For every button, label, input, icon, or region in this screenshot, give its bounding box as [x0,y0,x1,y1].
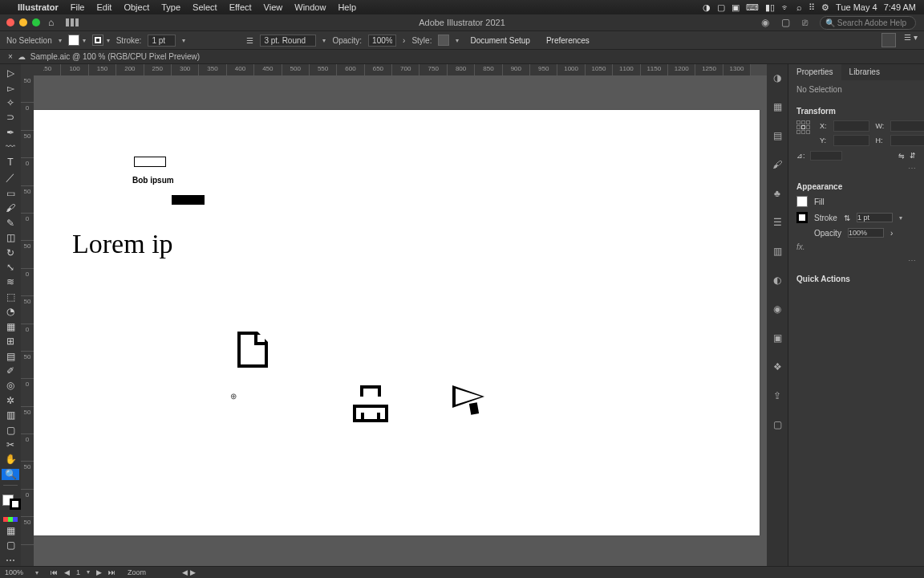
stroke-box[interactable] [10,499,21,510]
artwork-megaphone-icon[interactable] [452,385,491,414]
brushes-panel-icon[interactable]: 🖌 [770,157,784,172]
search-help-input[interactable]: 🔍 Search Adobe Help [820,16,916,30]
direct-selection-tool[interactable]: ▻ [2,82,19,93]
stroke-stepper[interactable]: ⇅ [844,214,850,222]
document-setup-button[interactable]: Document Setup [465,35,535,47]
selection-dropdown[interactable]: ▾ [59,37,62,44]
tray-icon[interactable]: ◑ [703,2,711,13]
preferences-button[interactable]: Preferences [541,35,594,47]
fx-label[interactable]: fx. [796,242,805,251]
first-artboard-button[interactable]: ⏮ [51,568,58,576]
canvas-viewport[interactable]: Bob ipsum Lorem ip [34,75,767,566]
paintbrush-tool[interactable]: 🖌 [2,202,19,214]
asset-export-panel-icon[interactable]: ⇪ [770,389,784,403]
style-dropdown[interactable]: ▾ [456,37,459,44]
blend-tool[interactable]: ◎ [2,380,19,391]
brush-menu-icon[interactable]: ☰ [246,36,253,45]
rotate-tool[interactable]: ↻ [2,246,19,258]
wifi-icon[interactable]: ᯤ [781,2,790,12]
gradient-panel-icon[interactable]: ▥ [770,244,784,258]
type-tool[interactable]: T [2,156,19,167]
artboard-tool[interactable]: ▢ [2,424,19,435]
control-center-icon[interactable]: ⠿ [808,2,815,13]
gradient-tool[interactable]: ▤ [2,350,19,361]
align-to-button[interactable] [881,33,896,47]
reference-point-widget[interactable] [796,120,810,134]
libraries-tab[interactable]: Libraries [841,64,888,80]
menu-type[interactable]: Type [161,2,180,12]
artwork-text-bob[interactable]: Bob ipsum [132,176,174,185]
fill-swatch[interactable] [68,35,79,46]
mesh-tool[interactable]: ⊞ [2,336,19,347]
symbols-panel-icon[interactable]: ♣ [770,186,784,201]
x-input[interactable] [833,120,869,132]
transparency-panel-icon[interactable]: ◐ [770,273,784,287]
menu-effect[interactable]: Effect [229,2,252,12]
fill-swatch-props[interactable] [796,196,808,207]
horizontal-ruler[interactable]: .50100150 200250300 350400450 500550600 … [34,64,751,75]
hand-tool[interactable]: ✋ [2,454,19,465]
artboard-dropdown[interactable]: ▾ [87,568,90,576]
h-input[interactable] [890,135,924,146]
menu-window[interactable]: Window [294,2,326,12]
shape-builder-tool[interactable]: ◔ [2,306,19,317]
status-bar-scroll[interactable]: ◀ ▶ [182,568,196,576]
opacity-slider-toggle[interactable]: › [403,36,405,45]
slice-tool[interactable]: ✂ [2,439,19,450]
flip-h-icon[interactable]: ⇋ [898,152,905,160]
properties-tab[interactable]: Properties [788,64,841,80]
tray-icon[interactable]: ⌨ [746,2,759,13]
search-icon[interactable]: ⌕ [796,2,802,12]
document-tab[interactable]: × ☁ Sample.aic @ 100 % (RGB/CPU Pixel Pr… [0,52,208,61]
curvature-tool[interactable]: 〰 [2,141,19,153]
prev-artboard-button[interactable]: ◀ [64,568,70,576]
angle-input[interactable] [810,151,842,161]
menu-edit[interactable]: Edit [96,2,111,12]
flip-v-icon[interactable]: ⇵ [910,152,916,160]
battery-icon[interactable]: ▮▯ [765,2,775,13]
menu-select[interactable]: Select [192,2,217,12]
stroke-dropdown[interactable]: ▾ [107,37,110,44]
arrange-documents-button[interactable] [66,18,79,26]
eraser-tool[interactable]: ◫ [2,232,19,243]
lasso-tool[interactable]: ⊃ [2,112,19,123]
selection-tool[interactable]: ▷ [2,67,19,79]
clock-day[interactable]: Tue May 4 [836,2,877,12]
color-panel-icon[interactable]: ◑ [770,71,784,85]
brush-preset-dropdown[interactable]: ▾ [322,37,326,44]
brush-preset-input[interactable] [260,35,316,47]
panel-menu-icon[interactable]: ☰ ▾ [904,33,918,47]
stroke-panel-icon[interactable]: ☰ [770,215,784,230]
width-tool[interactable]: ≋ [2,276,19,287]
appearance-more-options[interactable]: ⋯ [796,256,916,265]
arrange-icon[interactable]: ⎚ [802,17,808,28]
swatches-panel-icon[interactable]: ▤ [770,128,784,143]
stroke-weight-input[interactable] [148,35,176,47]
artboards-panel-icon[interactable]: ▢ [770,417,784,432]
pen-tool[interactable]: ✒ [2,127,19,138]
artwork-text-lorem[interactable]: Lorem ip [72,229,173,259]
edit-toolbar[interactable]: ⋯ [2,555,19,566]
y-input[interactable] [833,135,869,146]
stroke-swatch[interactable] [92,35,103,46]
style-swatch[interactable] [438,35,449,46]
close-tab-icon[interactable]: × [8,52,13,61]
stroke-weight-dropdown[interactable]: ▾ [182,37,185,44]
symbol-sprayer-tool[interactable]: ✲ [2,395,19,406]
next-artboard-button[interactable]: ▶ [96,568,102,576]
stroke-swatch-props[interactable] [796,212,808,223]
rectangle-tool[interactable]: ▭ [2,188,19,199]
perspective-tool[interactable]: ▦ [2,321,19,332]
artwork-document-icon[interactable] [237,332,268,368]
last-artboard-button[interactable]: ⏭ [108,568,116,576]
minimize-window-button[interactable] [19,18,27,26]
artwork-rectangle-filled[interactable] [172,195,205,205]
tray-icon[interactable]: ▣ [732,2,740,13]
opacity-props-input[interactable] [848,228,884,238]
w-input[interactable] [890,120,924,132]
color-mode-swatches[interactable] [3,517,18,522]
scale-tool[interactable]: ⤡ [2,262,19,273]
fullscreen-window-button[interactable] [32,18,40,26]
free-transform-tool[interactable]: ⬚ [2,291,19,303]
transform-more-options[interactable]: ⋯ [796,164,916,173]
